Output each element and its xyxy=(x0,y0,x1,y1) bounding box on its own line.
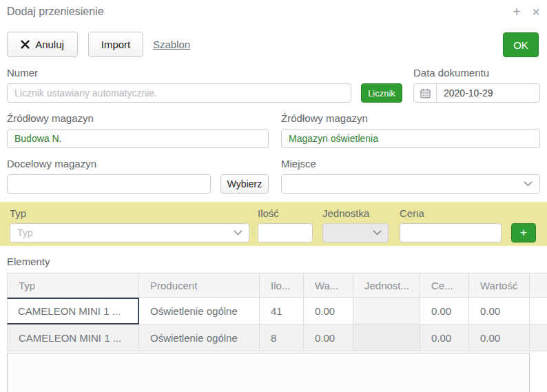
cell-typ-selected[interactable]: CAMELEON MINI 1 ... xyxy=(7,298,139,324)
target-warehouse-input[interactable] xyxy=(7,174,211,194)
chevron-down-icon xyxy=(234,230,249,236)
numer-input[interactable] xyxy=(7,83,351,103)
cell-cena[interactable]: 0.00 xyxy=(420,324,469,351)
dialog-title: Dodaj przeniesienie xyxy=(7,6,104,18)
window-add-icon[interactable]: + xyxy=(513,4,521,19)
cell-producent[interactable]: Oświetlenie ogólne xyxy=(139,298,260,324)
quick-cena-label: Cena xyxy=(400,207,424,219)
cell-waga[interactable]: 0.00 xyxy=(304,298,353,324)
table-row[interactable]: CAMELEON MINI 1 ... Oświetlenie ogólne 8… xyxy=(7,324,547,351)
template-link[interactable]: Szablon xyxy=(153,39,190,50)
cell-extra xyxy=(530,298,547,324)
target-warehouse-label: Docelowy magazyn xyxy=(7,158,96,169)
quick-ilosc-label: Ilość xyxy=(258,207,279,219)
cell-wartosc[interactable]: 0.00 xyxy=(469,298,530,324)
column-header-producent[interactable]: Producent xyxy=(139,273,260,298)
document-date-label: Data dokumentu xyxy=(413,67,489,79)
window-close-icon[interactable]: × xyxy=(532,4,540,19)
elements-section-label: Elementy xyxy=(7,256,50,267)
column-header-cena[interactable]: Ce... xyxy=(420,273,469,298)
import-button-label: Import xyxy=(101,39,131,50)
cell-typ[interactable]: CAMELEON MINI 1 ... xyxy=(7,324,139,351)
quick-ilosc-input[interactable] xyxy=(258,223,313,243)
column-header-typ[interactable]: Typ xyxy=(7,273,139,298)
cell-ilosc[interactable]: 8 xyxy=(260,324,304,351)
source-warehouse-2-input[interactable] xyxy=(281,129,540,148)
ok-button[interactable]: OK xyxy=(503,32,539,57)
wybierz-button[interactable]: Wybierz xyxy=(220,174,269,194)
cancel-button-label: Anuluj xyxy=(35,39,64,50)
quick-jednostka-label: Jednostka xyxy=(322,207,369,219)
source-warehouse-input[interactable] xyxy=(7,129,269,148)
cell-producent[interactable]: Oświetlenie ogólne xyxy=(139,324,260,351)
quick-cena-input[interactable] xyxy=(400,223,502,243)
cell-cena[interactable]: 0.00 xyxy=(420,298,469,324)
document-date-field[interactable]: 2020-10-29 xyxy=(413,83,540,103)
grid-empty-area xyxy=(7,353,530,392)
column-header-extra xyxy=(530,273,547,298)
chevron-down-icon xyxy=(524,181,533,187)
source-warehouse-label: Źródłowy magazyn xyxy=(7,112,94,124)
column-header-ilosc[interactable]: Ilo... xyxy=(260,273,304,298)
miejsce-label: Miejsce xyxy=(281,158,316,169)
quick-jednostka-select[interactable] xyxy=(322,223,389,243)
column-header-wartosc[interactable]: Wartość xyxy=(469,273,530,298)
quick-typ-combobox[interactable]: Typ xyxy=(10,223,249,243)
licznik-button[interactable]: Licznik xyxy=(361,83,402,103)
quick-add-band: Typ Typ Ilość Jednostka Cena + xyxy=(0,202,547,246)
numer-label: Numer xyxy=(7,67,38,79)
chevron-down-icon xyxy=(373,230,388,236)
elements-grid: Typ Producent Ilo... Wa... Jednost... Ce… xyxy=(7,273,547,353)
calendar-icon xyxy=(414,84,437,102)
cell-waga[interactable]: 0.00 xyxy=(304,324,353,351)
document-date-value: 2020-10-29 xyxy=(437,87,493,99)
cell-extra xyxy=(530,324,547,351)
quick-typ-placeholder: Typ xyxy=(10,227,234,238)
column-header-waga[interactable]: Wa... xyxy=(304,273,353,298)
cell-ilosc[interactable]: 41 xyxy=(260,298,304,324)
grid-header-row: Typ Producent Ilo... Wa... Jednost... Ce… xyxy=(7,273,547,298)
add-element-button[interactable]: + xyxy=(511,223,536,243)
import-button[interactable]: Import xyxy=(88,32,143,57)
cell-jednostka[interactable] xyxy=(353,298,420,324)
table-row[interactable]: CAMELEON MINI 1 ... Oświetlenie ogólne 4… xyxy=(7,298,547,324)
column-header-jednostka[interactable]: Jednost... xyxy=(353,273,420,298)
cell-wartosc[interactable]: 0.00 xyxy=(469,324,530,351)
cancel-button[interactable]: Anuluj xyxy=(7,32,78,57)
quick-typ-label: Typ xyxy=(10,207,26,219)
source-warehouse-2-label: Źródłowy magazyn xyxy=(281,112,368,124)
x-icon xyxy=(21,40,30,49)
miejsce-select[interactable] xyxy=(281,174,540,194)
cell-jednostka[interactable] xyxy=(353,324,420,351)
